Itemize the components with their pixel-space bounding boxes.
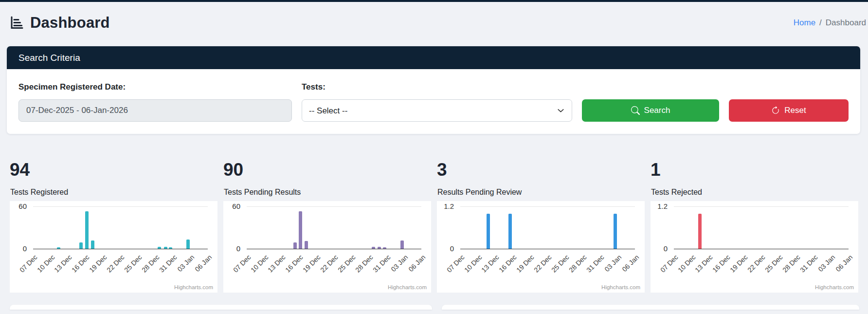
stat-title: Tests Pending Results [224, 188, 431, 197]
chart-tests-pending-results: 60007 Dec10 Dec13 Dec16 Dec19 Dec22 Dec2… [223, 201, 431, 293]
x-axis-label: 25 Dec [336, 253, 357, 274]
chart-tests-registered: 60007 Dec10 Dec13 Dec16 Dec19 Dec22 Dec2… [10, 201, 217, 293]
next-section-partial [10, 305, 859, 310]
stat-value: 90 [223, 159, 431, 181]
bar-15-dec[interactable] [293, 242, 297, 249]
bar-03-jan[interactable] [400, 240, 404, 249]
x-axis-label: 31 Dec [371, 253, 392, 274]
tests-label: Tests: [302, 82, 572, 92]
x-axis-label: 22 Dec [532, 253, 553, 274]
x-axis-label: 07 Dec [659, 253, 680, 274]
x-axis-label: 16 Dec [497, 253, 518, 274]
x-axis-label: 10 Dec [36, 253, 56, 274]
x-axis-label: 31 Dec [158, 253, 179, 274]
x-axis-label: 07 Dec [445, 253, 466, 274]
gridline [247, 206, 421, 207]
page-header: Dashboard Home / Dashboard [0, 2, 868, 34]
x-axis-label: 25 Dec [550, 253, 571, 274]
x-axis-label: 10 Dec [463, 253, 484, 274]
x-axis-label: 03 Jan [176, 253, 196, 273]
breadcrumb-home-link[interactable]: Home [794, 18, 815, 28]
y-axis-tick-max: 1.2 [651, 202, 668, 210]
panel-title: Search Criteria [7, 46, 860, 69]
x-axis-label: 10 Dec [676, 253, 697, 274]
x-axis-label: 16 Dec [284, 253, 305, 274]
y-axis-tick-zero: 0 [437, 244, 454, 253]
x-axis-line [674, 249, 849, 249]
y-axis-tick-zero: 0 [651, 244, 668, 253]
bar-16-dec[interactable] [299, 211, 302, 249]
chart-results-pending-review: 1.2007 Dec10 Dec13 Dec16 Dec19 Dec22 Dec… [437, 201, 645, 293]
x-axis-label: 28 Dec [354, 253, 375, 274]
x-axis-label: 06 Jan [834, 253, 854, 273]
highcharts-credit: Highcharts.com [601, 284, 640, 290]
stat-title: Tests Rejected [651, 188, 858, 197]
bar-17-dec[interactable] [305, 241, 308, 249]
search-button-label: Search [644, 106, 670, 115]
breadcrumb-separator: / [819, 18, 822, 28]
y-axis-tick-max: 60 [10, 202, 27, 210]
x-axis-label: 13 Dec [53, 253, 73, 274]
breadcrumb-current: Dashboard [826, 18, 866, 28]
bar-17-dec[interactable] [91, 240, 94, 249]
x-axis-label: 31 Dec [585, 253, 606, 274]
bar-12-dec[interactable] [487, 214, 490, 249]
stat-card-tests-registered: 94Tests Registered60007 Dec10 Dec13 Dec1… [10, 159, 217, 293]
highcharts-credit: Highcharts.com [388, 284, 427, 290]
x-axis-label: 07 Dec [18, 253, 39, 274]
y-axis-tick-max: 60 [223, 202, 240, 210]
highcharts-credit: Highcharts.com [815, 284, 854, 290]
x-axis-label: 19 Dec [88, 253, 108, 274]
x-axis-label: 13 Dec [480, 253, 501, 274]
partial-card [442, 305, 859, 310]
bar-12-dec[interactable] [698, 214, 702, 249]
x-axis-label: 28 Dec [567, 253, 588, 274]
stat-card-tests-rejected: 1Tests Rejected1.2007 Dec10 Dec13 Dec16 … [651, 159, 858, 293]
x-axis-label: 28 Dec [781, 253, 802, 274]
x-axis-label: 13 Dec [266, 253, 287, 274]
refresh-icon [771, 106, 780, 115]
x-axis-label: 19 Dec [728, 253, 749, 274]
stat-card-tests-pending-results: 90Tests Pending Results60007 Dec10 Dec13… [223, 159, 431, 293]
stat-charts-row: 94Tests Registered60007 Dec10 Dec13 Dec1… [0, 159, 868, 293]
x-axis-line [247, 249, 421, 249]
y-axis-tick-zero: 0 [10, 244, 27, 253]
x-axis-label: 06 Jan [407, 253, 427, 273]
bar-03-jan[interactable] [614, 214, 617, 249]
x-axis-label: 28 Dec [140, 253, 161, 274]
stat-title: Tests Registered [10, 188, 217, 197]
chart-tests-rejected: 1.2007 Dec10 Dec13 Dec16 Dec19 Dec22 Dec… [651, 201, 858, 293]
breadcrumb: Home / Dashboard [794, 18, 866, 28]
x-axis-label: 25 Dec [763, 253, 784, 274]
bar-16-dec[interactable] [508, 214, 512, 249]
stat-value: 1 [651, 159, 858, 181]
reset-button-label: Reset [784, 106, 806, 115]
y-axis-tick-zero: 0 [223, 244, 240, 253]
specimen-date-label: Specimen Registered Date: [18, 82, 292, 92]
gridline [460, 206, 635, 207]
bar-15-dec[interactable] [79, 242, 83, 249]
x-axis-label: 03 Jan [816, 253, 836, 273]
tests-select[interactable]: -- Select -- [302, 99, 572, 122]
highcharts-credit: Highcharts.com [174, 284, 213, 290]
page-title: Dashboard [30, 14, 110, 32]
x-axis-label: 22 Dec [105, 253, 126, 274]
x-axis-line [33, 249, 208, 249]
x-axis-label: 06 Jan [620, 253, 640, 273]
gridline [674, 206, 849, 207]
x-axis-line [460, 249, 635, 249]
bar-16-dec[interactable] [85, 211, 89, 249]
stat-title: Results Pending Review [437, 188, 645, 197]
x-axis-label: 07 Dec [232, 253, 253, 274]
x-axis-label: 16 Dec [70, 253, 91, 274]
x-axis-label: 31 Dec [798, 253, 819, 274]
x-axis-label: 22 Dec [319, 253, 340, 274]
x-axis-label: 22 Dec [746, 253, 767, 274]
gridline [33, 206, 208, 207]
search-criteria-panel: Search Criteria Specimen Registered Date… [7, 46, 860, 134]
search-button[interactable]: Search [582, 99, 719, 122]
bar-03-jan[interactable] [186, 240, 190, 249]
reset-button[interactable]: Reset [729, 99, 849, 122]
x-axis-label: 19 Dec [515, 253, 536, 274]
specimen-date-input[interactable] [18, 99, 292, 122]
